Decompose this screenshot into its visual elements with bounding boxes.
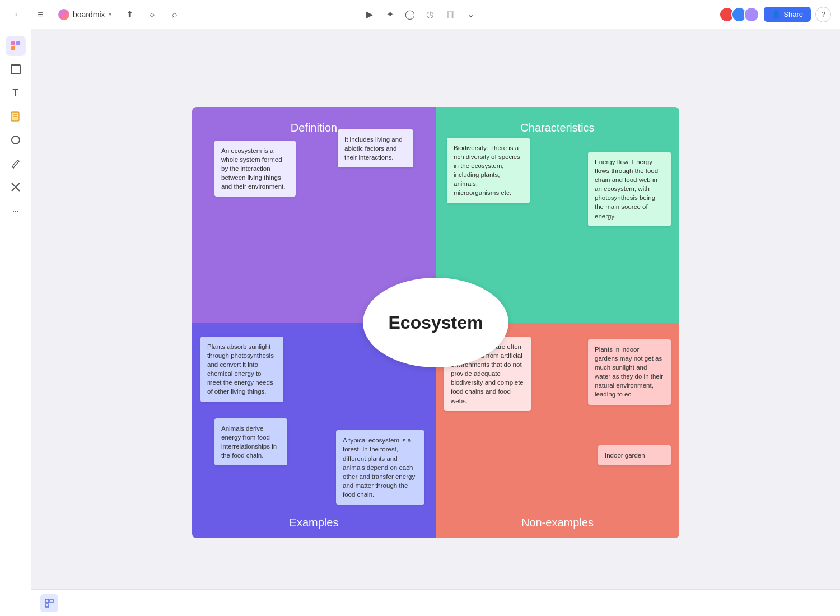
- sidebar-item-frame[interactable]: [6, 59, 26, 80]
- brand-logo-icon: [58, 9, 69, 20]
- svg-rect-3: [11, 65, 20, 74]
- sticky-icon: [10, 111, 21, 122]
- bottom-bar: [31, 589, 840, 616]
- menu-button[interactable]: ≡: [31, 6, 49, 24]
- toolbar: ← ≡ boardmix ▾ ⬆ ⟐ ⌕ ▶ ✦ ◯ ◷ ▥ ⌄ 👤 Share…: [0, 0, 840, 29]
- sticky-char1-text: Biodiversity: There is a rich diversity …: [454, 144, 520, 196]
- sticky-nex2-text: Plants in indoor gardens may not get as …: [595, 346, 663, 398]
- clock-button[interactable]: ◷: [421, 6, 439, 24]
- more-icon: ···: [12, 205, 18, 217]
- characteristics-label: Characteristics: [445, 116, 670, 134]
- chat-button[interactable]: ◯: [401, 6, 419, 24]
- connector-icon: [10, 181, 21, 193]
- sticky-nex2[interactable]: Plants in indoor gardens may not get as …: [588, 339, 671, 405]
- bottom-icon-button[interactable]: [40, 594, 58, 612]
- sticky-char2-text: Energy flow: Energy flows through the fo…: [595, 158, 658, 220]
- svg-rect-0: [11, 41, 15, 45]
- sticky-nex3[interactable]: Indoor garden: [598, 445, 671, 465]
- examples-label: Examples: [192, 516, 436, 529]
- sticky-ex1[interactable]: Plants absorb sunlight through photosynt…: [200, 337, 283, 402]
- svg-point-7: [12, 136, 20, 144]
- svg-rect-11: [50, 599, 53, 603]
- sticky-ex2-text: Animals derive energy from food interrel…: [221, 425, 277, 459]
- sticky-char1[interactable]: Biodiversity: There is a rich diversity …: [447, 138, 530, 203]
- sidebar: T ···: [0, 29, 31, 616]
- brand-logo-area[interactable]: boardmix ▾: [54, 7, 116, 22]
- sidebar-item-gradient[interactable]: [6, 36, 26, 56]
- sticky-def1[interactable]: An ecosystem is a whole system formed by…: [214, 141, 296, 197]
- sidebar-item-connector[interactable]: [6, 177, 26, 197]
- svg-rect-12: [45, 604, 49, 607]
- sticky-char2[interactable]: Energy flow: Energy flows through the fo…: [588, 152, 671, 226]
- sidebar-item-pen[interactable]: [6, 153, 26, 174]
- svg-rect-2: [11, 46, 15, 50]
- sticky-ex3[interactable]: A typical ecosystem is a forest. In the …: [336, 430, 424, 505]
- share-label: Share: [783, 10, 803, 18]
- nonexamples-label: Non-examples: [436, 516, 679, 529]
- upload-button[interactable]: ⬆: [121, 6, 139, 24]
- expand-icon: [44, 598, 54, 608]
- sidebar-item-text[interactable]: T: [6, 83, 26, 103]
- avatar-group: [719, 7, 759, 22]
- toolbar-left: ← ≡ boardmix ▾ ⬆ ⟐ ⌕: [9, 6, 184, 24]
- svg-rect-1: [16, 41, 20, 45]
- center-oval: Ecosystem: [363, 278, 508, 367]
- sticky-nex3-text: Indoor garden: [605, 452, 645, 459]
- pen-icon: [10, 158, 21, 169]
- tag-button[interactable]: ⟐: [143, 6, 161, 24]
- canvas-area: Definition An ecosystem is a whole syste…: [31, 29, 840, 616]
- sidebar-item-more[interactable]: ···: [6, 200, 26, 221]
- text-icon: T: [13, 88, 18, 98]
- sticky-ex1-text: Plants absorb sunlight through photosynt…: [207, 343, 274, 395]
- frame-icon: [10, 64, 21, 75]
- frayer-diagram: Definition An ecosystem is a whole syste…: [192, 107, 679, 538]
- star-button[interactable]: ✦: [381, 6, 399, 24]
- help-button[interactable]: ?: [815, 7, 831, 22]
- share-button[interactable]: 👤 Share: [764, 7, 811, 22]
- svg-rect-10: [45, 599, 49, 603]
- toolbar-right: 👤 Share ?: [719, 7, 831, 22]
- brand-chevron-icon: ▾: [109, 11, 112, 18]
- avatar-3: [744, 7, 759, 22]
- search-button[interactable]: ⌕: [166, 6, 184, 24]
- sidebar-item-sticky[interactable]: [6, 106, 26, 127]
- sticky-def2[interactable]: It includes living and abiotic factors a…: [338, 129, 413, 167]
- brand-name-label: boardmix: [73, 10, 105, 19]
- more-tools-button[interactable]: ⌄: [461, 6, 479, 24]
- sticky-ex3-text: A typical ecosystem is a forest. In the …: [343, 437, 415, 498]
- toolbar-center-icons: ▶ ✦ ◯ ◷ ▥ ⌄: [361, 6, 479, 24]
- back-button[interactable]: ←: [9, 6, 27, 24]
- sticky-ex2[interactable]: Animals derive energy from food interrel…: [214, 418, 287, 465]
- shape-icon: [10, 134, 21, 146]
- sticky-def2-text: It includes living and abiotic factors a…: [344, 136, 403, 161]
- center-oval-text: Ecosystem: [389, 312, 483, 333]
- chart-button[interactable]: ▥: [441, 6, 459, 24]
- gradient-icon: [10, 40, 21, 52]
- share-icon: 👤: [772, 10, 781, 18]
- play-button[interactable]: ▶: [361, 6, 379, 24]
- sidebar-item-shape[interactable]: [6, 130, 26, 150]
- sticky-def1-text: An ecosystem is a whole system formed by…: [221, 147, 285, 190]
